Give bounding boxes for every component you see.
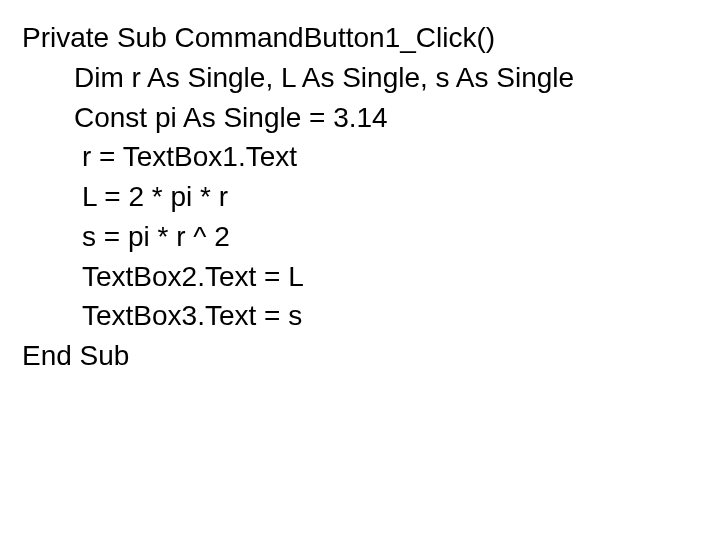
code-line-6: s = pi * r ^ 2 [22, 217, 698, 257]
code-line-7: TextBox2.Text = L [22, 257, 698, 297]
code-line-3: Const pi As Single = 3.14 [22, 98, 698, 138]
code-line-8: TextBox3.Text = s [22, 296, 698, 336]
code-line-1: Private Sub CommandButton1_Click() [22, 18, 698, 58]
code-line-9: End Sub [22, 336, 698, 376]
code-line-2: Dim r As Single, L As Single, s As Singl… [22, 58, 698, 98]
slide-content: Private Sub CommandButton1_Click() Dim r… [0, 0, 720, 394]
code-line-5: L = 2 * pi * r [22, 177, 698, 217]
code-line-4: r = TextBox1.Text [22, 137, 698, 177]
